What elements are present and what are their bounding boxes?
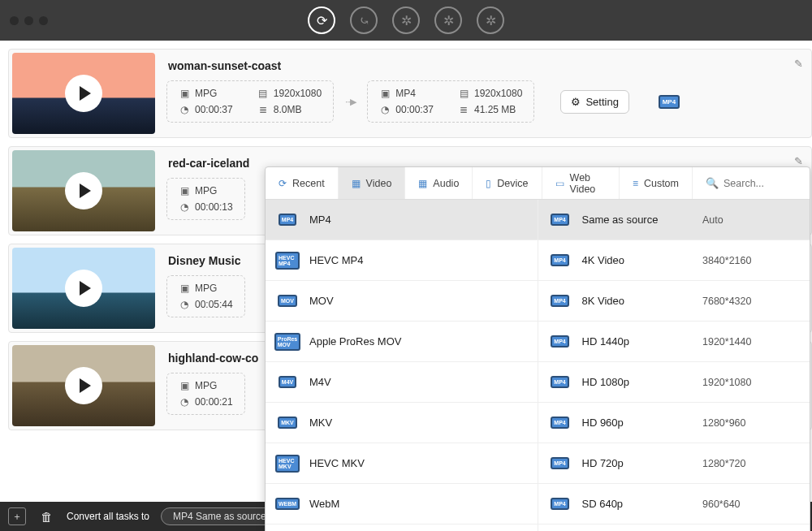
task-title: woman-sunset-coast [168, 59, 803, 72]
tab-audio[interactable]: ▦Audio [405, 167, 473, 199]
toolbar-icons: ⟳ ⤿ ✲ ✲ ✲ [308, 6, 504, 34]
format-picker: ⟳Recent ▦Video ▦Audio ▯Device ▭Web Video… [265, 166, 810, 531]
src-resolution: 1920x1080 [274, 88, 322, 99]
format-icon: MP4 [548, 289, 572, 313]
close-window[interactable] [10, 16, 19, 25]
preset-row[interactable]: MP48K Video7680*4320 [538, 281, 810, 322]
format-column[interactable]: MP4MP4HEVC MP4HEVC MP4MOVMOVProRes MOVAp… [266, 200, 538, 531]
preset-resolution: 1920*1080 [702, 377, 800, 388]
preset-row[interactable]: MP4SD 576p768*576 [538, 525, 810, 531]
preset-row[interactable]: MP4HD 720p1280*720 [538, 443, 810, 484]
add-button[interactable]: ＋ [8, 507, 26, 525]
tab-device[interactable]: ▯Device [473, 167, 542, 199]
format-icon: ▣ [379, 88, 391, 99]
gear-icon: ⚙ [571, 96, 581, 108]
setting-button[interactable]: ⚙Setting [560, 90, 628, 114]
preset-row[interactable]: MP4HD 1080p1920*1080 [538, 362, 810, 403]
toolbar-reel-icon[interactable]: ✲ [392, 6, 420, 34]
preset-resolution: 960*640 [702, 499, 800, 510]
preset-label: HD 1080p [582, 376, 693, 388]
format-row[interactable]: MOVMOV [266, 281, 538, 322]
preset-resolution: 3840*2160 [702, 255, 800, 266]
clock-icon: ◔ [179, 201, 190, 213]
target-info: ▣MP4 ▤1920x1080 ◔00:00:37 ≣41.25 MB [367, 80, 534, 123]
tab-video[interactable]: ▦Video [339, 167, 406, 199]
clock-icon: ◔ [379, 104, 391, 115]
src-size: 8.0MB [274, 104, 302, 115]
src-format: MPG [195, 380, 217, 391]
preset-label: HD 720p [582, 457, 693, 469]
preset-row[interactable]: MP4Same as sourceAuto [538, 200, 810, 240]
output-format-select[interactable]: MP4 Same as source [161, 507, 279, 525]
play-icon[interactable] [65, 172, 102, 209]
task-thumbnail[interactable] [12, 150, 155, 231]
preset-label: HD 960p [582, 417, 693, 429]
format-row[interactable]: AVIAVI [266, 525, 538, 531]
preset-label: 4K Video [582, 254, 693, 266]
disk-icon: ≣ [257, 104, 269, 115]
preset-label: Same as source [582, 214, 693, 226]
edit-icon[interactable]: ✎ [794, 155, 803, 167]
play-icon[interactable] [65, 75, 102, 112]
audio-icon: ▦ [418, 178, 427, 189]
format-row[interactable]: HEVC MP4HEVC MP4 [266, 240, 538, 281]
format-icon: MKV [275, 411, 300, 435]
arrow-icon: ···▶ [342, 97, 359, 107]
format-icon: MP4 [548, 330, 572, 354]
format-icon: MP4 [548, 248, 572, 273]
preset-row[interactable]: MP4SD 640p960*640 [538, 484, 810, 525]
preset-resolution: 1920*1440 [702, 336, 800, 348]
task-thumbnail[interactable] [12, 345, 155, 426]
format-row[interactable]: M4VM4V [266, 362, 538, 403]
format-row[interactable]: HEVC MKVHEVC MKV [266, 443, 538, 484]
source-info: ▣MPG ◔00:05:44 [166, 275, 245, 317]
format-row[interactable]: WEBMWebM [266, 484, 538, 525]
format-row[interactable]: MKVMKV [266, 403, 538, 443]
resolution-icon: ▤ [458, 88, 469, 99]
toolbar-reel-up-icon[interactable]: ✲ [434, 6, 462, 34]
minimize-window[interactable] [24, 16, 33, 25]
format-icon: MOV [275, 289, 300, 313]
format-label: MKV [309, 417, 528, 429]
format-row[interactable]: MP4MP4 [266, 200, 538, 240]
zoom-window[interactable] [39, 16, 48, 25]
tab-recent[interactable]: ⟳Recent [266, 167, 339, 199]
source-info: ▣MPG ◔00:00:13 [166, 178, 245, 220]
play-icon[interactable] [65, 367, 102, 404]
format-label: MOV [309, 295, 528, 307]
preset-resolution: 1280*720 [702, 458, 800, 469]
format-label: M4V [309, 376, 528, 388]
titlebar: ⟳ ⤿ ✲ ✲ ✲ [0, 0, 812, 41]
format-icon: ▣ [179, 185, 190, 196]
toolbar-refresh-icon[interactable]: ⤿ [350, 6, 378, 34]
search-icon: 🔍 [706, 177, 719, 189]
preset-resolution: Auto [702, 214, 800, 226]
task-thumbnail[interactable] [12, 248, 155, 329]
format-label: MP4 [309, 214, 528, 226]
format-tabs: ⟳Recent ▦Video ▦Audio ▯Device ▭Web Video… [266, 167, 810, 200]
dst-resolution: 1920x1080 [474, 88, 522, 99]
preset-column[interactable]: MP4Same as sourceAutoMP44K Video3840*216… [538, 200, 810, 531]
preset-row[interactable]: MP4HD 960p1280*960 [538, 403, 810, 443]
format-search[interactable]: 🔍 [693, 177, 810, 189]
format-badge[interactable]: MP4 [655, 88, 683, 115]
preset-label: SD 640p [582, 498, 693, 510]
delete-button[interactable]: 🗑 [37, 507, 55, 525]
format-row[interactable]: ProRes MOVApple ProRes MOV [266, 322, 538, 362]
format-icon: ▣ [179, 283, 190, 294]
task-row[interactable]: woman-sunset-coast ▣MPG ▤1920x1080 ◔00:0… [8, 49, 812, 138]
src-format: MPG [195, 283, 217, 294]
preset-row[interactable]: MP4HD 1440p1920*1440 [538, 322, 810, 362]
toolbar-convert-icon[interactable]: ⟳ [308, 6, 335, 34]
src-format: MPG [195, 88, 217, 99]
tab-custom[interactable]: ≡Custom [620, 167, 693, 199]
toolbar-reel-search-icon[interactable]: ✲ [477, 6, 504, 34]
format-label: HEVC MP4 [309, 254, 528, 266]
video-icon: ▦ [352, 178, 361, 189]
edit-icon[interactable]: ✎ [794, 58, 803, 70]
task-thumbnail[interactable] [12, 53, 155, 134]
search-input[interactable] [723, 178, 797, 189]
tab-webvideo[interactable]: ▭Web Video [542, 167, 620, 199]
play-icon[interactable] [65, 270, 102, 307]
preset-row[interactable]: MP44K Video3840*2160 [538, 240, 810, 281]
